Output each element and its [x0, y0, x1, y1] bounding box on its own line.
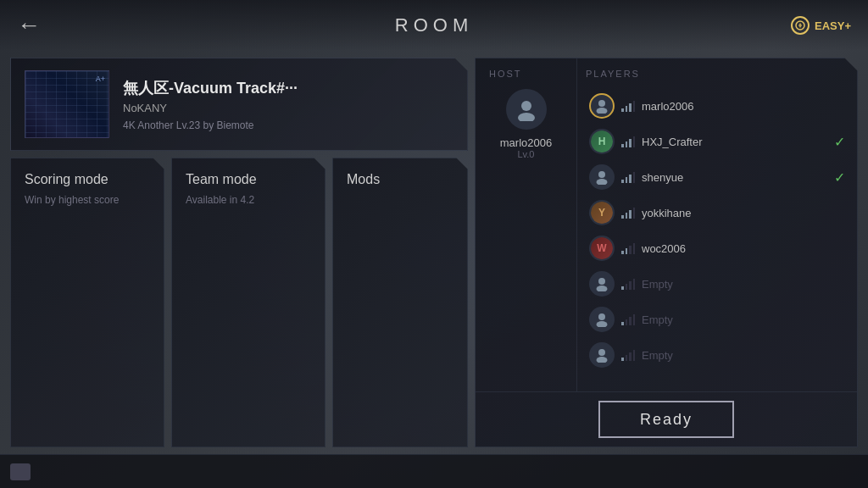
- host-name: marlo2006: [500, 136, 552, 149]
- player-avatar: H: [589, 129, 615, 154]
- player-name: yokkihane: [642, 207, 845, 219]
- player-item: Empty: [586, 302, 849, 336]
- player-avatar: [589, 271, 615, 297]
- players-list: marlo2006HHXJ_Crafter✓ shenyue✓Yyokkihan…: [586, 89, 849, 372]
- players-label: PLAYERS: [586, 69, 849, 79]
- song-info: 無人区-Vacuum Track#··· NoKANY 4K Another L…: [123, 78, 453, 131]
- thumbnail-grid: [25, 71, 108, 137]
- signal-icon: [621, 278, 635, 290]
- scoring-mode-title: Scoring mode: [25, 172, 150, 187]
- right-top: HOST marlo2006 Lv.0 PLAYERS marlo2006HHX…: [476, 58, 857, 391]
- player-item: shenyue✓: [586, 160, 849, 194]
- host-avatar: [506, 89, 547, 130]
- player-item: Yyokkihane: [586, 196, 849, 230]
- player-name: Empty: [642, 278, 845, 291]
- main-content: 無人区-Vacuum Track#··· NoKANY 4K Another L…: [0, 51, 868, 454]
- ready-check-icon: ✓: [834, 134, 845, 150]
- player-name: HXJ_Crafter: [642, 136, 827, 148]
- svg-point-10: [597, 321, 608, 327]
- player-name: Empty: [642, 313, 845, 326]
- difficulty-label: EASY+: [815, 19, 851, 32]
- player-avatar: [589, 93, 615, 119]
- player-avatar: W: [589, 236, 615, 261]
- host-section: HOST marlo2006 Lv.0: [476, 58, 577, 391]
- player-name: marlo2006: [642, 100, 845, 113]
- song-artist: NoKANY: [123, 102, 453, 114]
- team-mode-title: Team mode: [186, 172, 311, 187]
- song-card[interactable]: 無人区-Vacuum Track#··· NoKANY 4K Another L…: [10, 58, 468, 151]
- svg-point-6: [597, 179, 608, 185]
- player-item: HHXJ_Crafter✓: [586, 125, 849, 158]
- song-thumbnail: [25, 70, 109, 138]
- svg-point-5: [598, 171, 605, 178]
- difficulty-badge: EASY+: [791, 16, 851, 35]
- player-avatar: [589, 307, 615, 332]
- host-label: HOST: [489, 69, 522, 79]
- player-avatar: [589, 164, 615, 190]
- signal-icon: [621, 313, 635, 325]
- svg-point-4: [597, 108, 608, 114]
- song-name: 無人区-Vacuum Track#···: [123, 78, 453, 98]
- ready-section: Ready: [476, 391, 857, 446]
- chat-icon[interactable]: [10, 463, 31, 480]
- team-mode-desc: Available in 4.2: [186, 194, 311, 206]
- svg-point-12: [597, 357, 608, 363]
- player-item: Wwoc2006: [586, 231, 849, 265]
- mods-card[interactable]: Mods: [332, 158, 468, 447]
- back-button[interactable]: ←: [17, 12, 41, 39]
- ready-button[interactable]: Ready: [598, 401, 734, 438]
- ready-check-icon: ✓: [834, 169, 845, 186]
- player-avatar: Y: [589, 200, 615, 225]
- modes-row: Scoring mode Win by highest score Team m…: [10, 158, 468, 447]
- signal-icon: [621, 207, 635, 219]
- svg-point-1: [521, 101, 531, 111]
- svg-point-11: [598, 349, 605, 356]
- signal-icon: [621, 100, 635, 112]
- footer: [0, 454, 868, 488]
- player-avatar: [589, 342, 615, 368]
- song-level: 4K Another Lv.23 by Biemote: [123, 119, 453, 131]
- scoring-mode-card[interactable]: Scoring mode Win by highest score: [10, 158, 164, 447]
- player-item: Empty: [586, 338, 849, 372]
- mods-title: Mods: [347, 172, 453, 187]
- signal-icon: [621, 136, 635, 147]
- players-section: PLAYERS marlo2006HHXJ_Crafter✓ shenyue✓Y…: [577, 58, 857, 391]
- player-name: woc2006: [642, 242, 845, 255]
- svg-point-9: [598, 313, 605, 320]
- player-item: marlo2006: [586, 89, 849, 123]
- left-panel: 無人区-Vacuum Track#··· NoKANY 4K Another L…: [10, 58, 468, 447]
- signal-icon: [621, 242, 635, 254]
- right-panel: HOST marlo2006 Lv.0 PLAYERS marlo2006HHX…: [475, 58, 858, 447]
- signal-icon: [621, 171, 635, 183]
- player-name: shenyue: [642, 171, 827, 184]
- team-mode-card[interactable]: Team mode Available in 4.2: [171, 158, 326, 447]
- svg-point-8: [597, 286, 608, 291]
- svg-point-3: [598, 100, 605, 107]
- svg-point-2: [518, 113, 535, 121]
- thumbnail-inner: [25, 71, 108, 137]
- host-level: Lv.0: [518, 149, 535, 159]
- player-name: Empty: [642, 349, 845, 362]
- player-item: Empty: [586, 267, 849, 301]
- signal-icon: [621, 349, 635, 361]
- scoring-mode-desc: Win by highest score: [25, 194, 150, 206]
- page-title: ROOM: [395, 14, 473, 36]
- svg-point-7: [598, 278, 605, 285]
- difficulty-icon: [791, 16, 810, 35]
- header: ← ROOM EASY+: [0, 0, 868, 51]
